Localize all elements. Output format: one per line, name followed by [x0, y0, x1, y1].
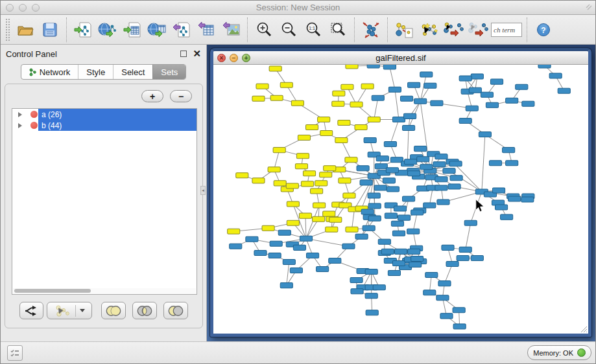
network-canvas[interactable]: [213, 65, 588, 334]
set-color-dot-icon: [30, 111, 38, 118]
window-resize-grip[interactable]: [580, 325, 588, 333]
sets-action-bar: [5, 302, 202, 320]
close-window-button[interactable]: [6, 4, 14, 12]
window-resize-icon: [585, 3, 593, 11]
add-set-button[interactable]: +: [141, 90, 163, 102]
remove-set-button[interactable]: −: [170, 90, 192, 102]
venn-union-icon: [105, 305, 122, 317]
tab-sets-label: Sets: [161, 67, 178, 77]
open-file-button[interactable]: [14, 17, 37, 42]
export-image-icon: [222, 21, 240, 38]
sets-panel: + − a (26) b (44): [5, 84, 203, 328]
create-network-from-set-button[interactable]: [47, 302, 92, 319]
traffic-lights: [6, 4, 40, 12]
import-table-web-button[interactable]: [145, 17, 169, 42]
network-window-titlebar[interactable]: × − + galFiltered.sif: [213, 51, 588, 65]
save-session-button[interactable]: [38, 17, 62, 42]
scrollbar-thumb[interactable]: [14, 289, 91, 293]
export-network-button[interactable]: [170, 17, 193, 42]
help-icon: ?: [536, 23, 551, 37]
import-table-file-button[interactable]: [121, 17, 144, 42]
tab-style-label: Style: [86, 67, 105, 77]
import-network-web-button[interactable]: [96, 17, 119, 42]
network-view-window[interactable]: × − + galFiltered.sif: [210, 48, 591, 337]
apply-layout-icon: [361, 21, 381, 39]
venn-intersection-icon: [136, 305, 153, 317]
main-toolbar: 1:1: [1, 15, 595, 45]
list-item[interactable]: a (26): [12, 109, 197, 120]
task-checklist-icon: [10, 349, 19, 357]
open-folder-icon: [17, 23, 34, 37]
expander-triangle-icon[interactable]: [18, 112, 22, 117]
minimize-window-button[interactable]: [19, 4, 27, 12]
expander-triangle-icon[interactable]: [18, 123, 22, 128]
search-input[interactable]: [491, 23, 522, 37]
mouse-cursor: [476, 199, 484, 212]
control-panel-tabbar: Network Style Select Sets: [1, 64, 206, 80]
status-bar: Memory: OK: [1, 341, 595, 363]
select-first-neighbors-button[interactable]: [417, 17, 440, 42]
tab-sets[interactable]: Sets: [152, 65, 185, 79]
venn-difference-icon: [167, 305, 184, 317]
tab-select[interactable]: Select: [113, 65, 152, 79]
hide-selected-icon: [394, 21, 414, 39]
export-table-button[interactable]: [195, 17, 218, 42]
import-network-web-icon: [98, 21, 117, 38]
dropdown-caret-icon[interactable]: [80, 309, 85, 312]
tab-network-label: Network: [40, 67, 71, 77]
zoom-fit-selected-button[interactable]: [326, 17, 350, 42]
toolbar-separator: [354, 17, 355, 42]
import-table-web-icon: [147, 21, 167, 38]
new-network-from-unselected-button[interactable]: [466, 17, 490, 42]
set-item-label: b (44): [42, 121, 62, 130]
network-from-unselected-icon: [468, 21, 488, 39]
float-panel-button[interactable]: [180, 51, 187, 57]
new-network-from-selected-button[interactable]: [442, 17, 465, 42]
close-panel-button[interactable]: ✕: [193, 51, 201, 57]
union-sets-button[interactable]: [101, 302, 126, 319]
tab-network[interactable]: Network: [21, 65, 78, 79]
zoom-fit-icon: [329, 21, 346, 38]
control-panel-header: Control Panel ✕: [1, 45, 206, 63]
toolbar-separator: [387, 17, 388, 42]
list-item[interactable]: b (44): [12, 120, 197, 131]
zoom-actual-size-button[interactable]: 1:1: [302, 17, 325, 42]
network-window-title: galFiltered.sif: [213, 53, 588, 63]
save-floppy-icon: [42, 22, 58, 38]
selection-highlight: [38, 109, 197, 120]
horizontal-scrollbar[interactable]: [13, 288, 196, 293]
set-item-label: a (26): [42, 110, 62, 119]
memory-status-label: Memory: OK: [533, 349, 573, 357]
zoom-window-button[interactable]: [32, 4, 40, 12]
faded-network-icon: [54, 304, 71, 317]
zoom-in-icon: [256, 21, 272, 38]
hide-selected-button[interactable]: [392, 17, 416, 42]
network-graph[interactable]: [213, 65, 588, 334]
tab-style[interactable]: Style: [78, 65, 113, 79]
toolbar-separator: [527, 17, 527, 42]
export-image-button[interactable]: [219, 17, 243, 42]
intersect-sets-button[interactable]: [132, 302, 157, 319]
button-divider: [75, 305, 76, 317]
zoom-out-button[interactable]: [277, 17, 300, 42]
zoom-in-button[interactable]: [252, 17, 276, 42]
import-network-file-button[interactable]: [71, 17, 95, 42]
split-sets-button[interactable]: [19, 302, 43, 319]
selection-highlight: [38, 120, 197, 131]
control-panel: Control Panel ✕ Network Style Select: [1, 45, 207, 343]
first-neighbors-icon: [419, 21, 438, 39]
toolbar-separator: [66, 17, 67, 42]
toolbar-drag-handle[interactable]: [6, 19, 10, 41]
network-tab-icon: [29, 68, 36, 76]
help-button[interactable]: ?: [532, 17, 555, 42]
split-arrows-icon: [24, 305, 40, 317]
memory-status-button[interactable]: Memory: OK: [527, 345, 591, 360]
svg-text:1:1: 1:1: [309, 26, 315, 30]
sets-list[interactable]: a (26) b (44): [12, 108, 197, 295]
app-titlebar: Session: New Session: [1, 1, 595, 15]
export-table-icon: [197, 21, 215, 38]
apply-layout-button[interactable]: [359, 17, 383, 42]
task-history-button[interactable]: [7, 345, 23, 361]
panel-collapse-handle[interactable]: ◂: [200, 186, 206, 195]
difference-sets-button[interactable]: [163, 302, 188, 319]
